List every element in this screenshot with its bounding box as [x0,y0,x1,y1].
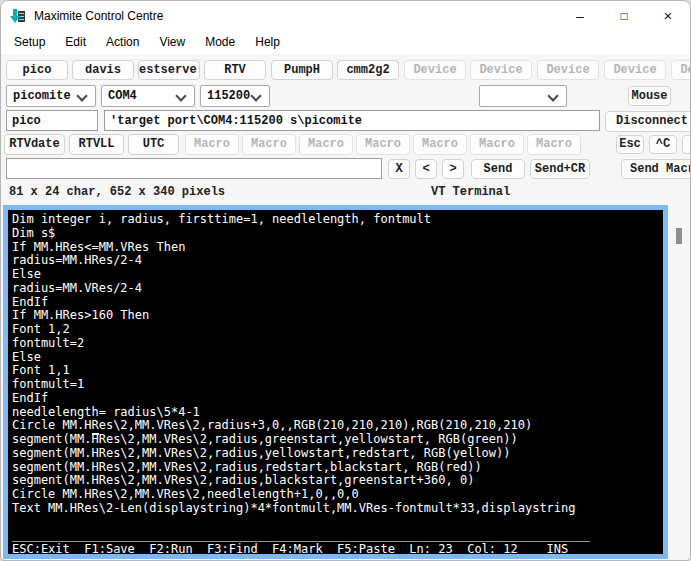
terminal-mode-label: VT Terminal [431,185,510,199]
macro-button-1: Macro [185,134,239,155]
device-button-pico[interactable]: pico [6,60,68,80]
menu-mode[interactable]: Mode [195,31,245,54]
terminal-screen[interactable]: Dim integer i, radius, firsttime=1, need… [8,210,663,554]
send-button[interactable]: Send [471,159,525,179]
terminal-separator-line: ________________________________________… [12,529,663,543]
terminal-line: segment(MM.HRes\2,MM.VRes\2,radius,redst… [12,461,663,475]
terminal-line: If MM.HRes<=MM.VRes Then [12,241,663,255]
rtvll-button[interactable]: RTVLL [69,134,124,155]
clear-button[interactable]: X [388,159,410,179]
terminal-line: segment(MM.HRes\2,MM.VRes\2,radius,yello… [12,447,663,461]
com-port-value: COM4 [108,89,137,103]
terminal-line: segment(MM.HRes\2,MM.VRes\2,radius,black… [12,474,663,488]
window-title: Maximite Control Centre [34,9,163,23]
scrollbar-thumb[interactable] [676,228,682,244]
chevron-down-icon [547,90,558,101]
baud-rate-value: 115200 [207,89,250,103]
device-button-pumph[interactable]: PumpH [271,60,333,80]
macro-button-4: Macro [356,134,410,155]
disconnect-button[interactable]: Disconnect [605,111,691,132]
terminal-line: EndIf [12,296,663,310]
terminal-line: radius=MM.HRes/2-4 [12,254,663,268]
com-port-select[interactable]: COM4 [101,85,195,107]
terminal-line: Else [12,351,663,365]
terminal-line: Dim integer i, radius, firsttime=1, need… [12,213,663,227]
terminal-line: If MM.HRes>160 Then [12,309,663,323]
device-type-select[interactable]: picomite [6,85,96,107]
terminal-dimensions-label: 81 x 24 char, 652 x 340 pixels [9,185,225,199]
maximize-button[interactable]: □ [602,1,646,31]
terminal-line: EndIf [12,392,663,406]
esc-button[interactable]: Esc [616,135,644,154]
menu-edit[interactable]: Edit [55,31,96,54]
chevron-down-icon [175,90,186,101]
terminal-line: Font 1,1 [12,364,663,378]
close-button[interactable]: × [646,1,690,31]
send-macro-button[interactable]: Send Macro [621,159,691,179]
truncated-button[interactable] [682,135,691,154]
device-button-estserve[interactable]: estserve: [138,60,200,80]
terminal-line: Text MM.HRes\2-Len(displaystring)*4*font… [12,502,663,516]
mouse-button[interactable]: Mouse [628,86,671,106]
rtvdate-button[interactable]: RTVdate [4,134,65,155]
device-type-value: picomite [13,89,71,103]
send-input[interactable] [6,158,382,179]
target-command-field[interactable] [104,110,600,131]
terminal-line: Circle MM.HRes\2,MM.VRes\2,radius+3,0,,R… [12,419,663,433]
terminal-status-line: ESC:Exit F1:Save F2:Run F3:Find F4:Mark … [12,543,663,554]
device-button-empty-4: Device [604,60,666,80]
menu-view[interactable]: View [149,31,195,54]
device-button-davis[interactable]: davis [72,60,134,80]
aux-select[interactable] [479,85,567,107]
terminal-frame: Dim integer i, radius, firsttime=1, need… [3,205,668,559]
device-button-empty-2: Device [470,60,532,80]
terminal-line: needlelength= radius\5*4-1 [12,406,663,420]
prev-button[interactable]: < [415,159,437,179]
macro-button-6: Macro [470,134,524,155]
terminal-line: Font 1,2 [12,323,663,337]
menu-action[interactable]: Action [96,31,149,54]
chevron-down-icon [250,90,261,101]
macro-button-2: Macro [242,134,296,155]
minimize-button[interactable]: – [558,1,602,31]
app-window: Maximite Control Centre – □ × Setup Edit… [0,0,691,561]
menu-help[interactable]: Help [245,31,290,54]
macro-button-3: Macro [299,134,353,155]
text-cursor [92,433,99,435]
device-button-empty-1: Device [404,60,466,80]
app-icon [10,8,26,24]
macro-button-5: Macro [413,134,467,155]
terminal-line: Dim s$ [12,227,663,241]
chevron-down-icon [76,90,87,101]
menu-setup[interactable]: Setup [4,31,55,54]
device-button-rtv[interactable]: RTV [204,60,266,80]
menu-bar: Setup Edit Action View Mode Help [1,31,690,54]
terminal-line: Else [12,268,663,282]
send-cr-button[interactable]: Send+CR [530,159,590,179]
device-button-empty-3: Device [537,60,599,80]
ctrl-c-button[interactable]: ^C [649,135,677,154]
title-bar: Maximite Control Centre – □ × [1,1,690,31]
device-button-empty-5: Device [671,60,691,80]
macro-button-7: Macro [527,134,581,155]
device-button-cmm2g2[interactable]: cmm2g2 [337,60,399,80]
target-name-field[interactable] [6,110,98,131]
utc-button[interactable]: UTC [128,134,179,155]
terminal-line: fontmult=1 [12,378,663,392]
terminal-line [12,516,663,530]
next-button[interactable]: > [442,159,464,179]
terminal-line: Circle MM.HRes\2,MM.VRes\2,needlelength+… [12,488,663,502]
terminal-line: radius=MM.VRes/2-4 [12,282,663,296]
baud-rate-select[interactable]: 115200 [200,85,270,107]
terminal-line: fontmult=2 [12,337,663,351]
terminal-line: segment(MM.HRes\2,MM.VRes\2,radius,green… [12,433,663,447]
